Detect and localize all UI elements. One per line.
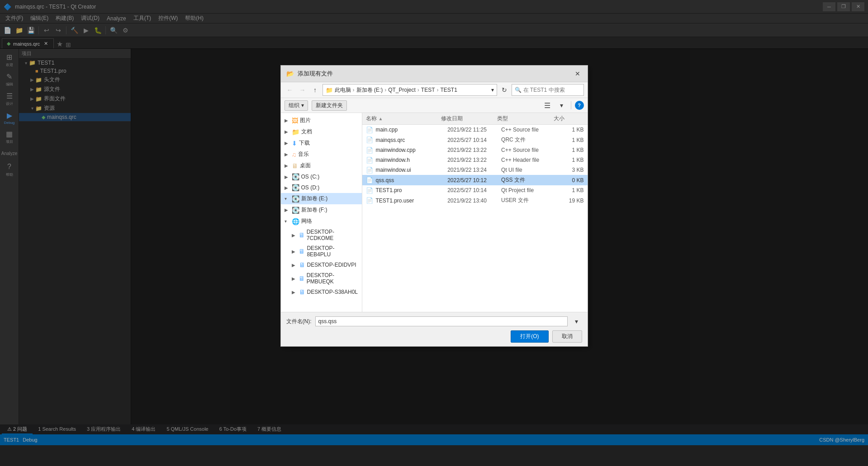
nav-label-drive-e: 新加卷 (E:) [301,195,328,202]
dialog-help-button[interactable]: ? [575,101,584,110]
file-icon-main-cpp: 📄 [366,126,373,133]
filename-mainwindow-ui: mainwindow.ui [376,167,448,173]
toolbar-sep [571,101,571,109]
nav-label-documents: 文档 [301,128,312,136]
date-test1-pro-user: 2021/9/22 13:40 [447,198,501,204]
dialog-refresh-button[interactable]: ↻ [499,85,510,95]
col-header-size[interactable]: 大小 [554,115,583,122]
file-icon-test1-pro-user: 📄 [366,197,373,204]
breadcrumb-bar[interactable]: 📁 此电脑 › 新加卷 (E:) › QT_Project › TEST › T… [323,84,497,96]
open-button[interactable]: 打开(O) [511,330,548,343]
file-row-qss-qss[interactable]: 📄 qss.qss 2022/5/27 10:12 QSS 文件 0 KB [362,175,588,185]
new-folder-button[interactable]: 新建文件夹 [312,100,347,111]
desktop-icon: 🖥 [292,162,298,169]
nav-item-desktop-s38ah0l[interactable]: ▶ 🖥 DESKTOP-S38AH0L [281,287,362,297]
size-mainqss-qrc: 1 KB [555,137,583,143]
breadcrumb-home[interactable]: 此电脑 [335,86,351,94]
type-qss-qss: QSS 文件 [501,176,555,184]
date-qss-qss: 2022/5/27 10:12 [447,177,501,184]
size-test1-pro-user: 19 KB [555,198,583,204]
breadcrumb-folder-icon: 📁 [326,87,333,94]
computer-pmbueqk-icon: 🖥 [299,275,305,282]
size-main-cpp: 1 KB [555,127,583,133]
organize-arrow: ▾ [301,102,304,108]
organize-button[interactable]: 组织 ▾ [285,100,308,111]
view-list-button[interactable]: ☰ [542,100,553,111]
file-row-test1-pro[interactable]: 📄 TEST1.pro 2022/5/27 10:14 Qt Project f… [362,185,588,195]
col-header-date[interactable]: 修改日期 [441,115,498,122]
breadcrumb-test1[interactable]: TEST1 [441,87,457,93]
search-bar: 🔍 [512,84,584,96]
breadcrumb-test[interactable]: TEST [421,87,435,93]
organize-label: 组织 [289,102,299,109]
nav-label-desktop-s38ah0l: DESKTOP-S38AH0L [307,289,358,295]
nav-item-desktop-8eb4plu[interactable]: ▶ 🖥 DESKTOP-8EB4PLU [281,243,362,259]
dialog-footer: 文件名(N): ▾ 打开(O) 取消 [281,312,588,346]
filename-row: 文件名(N): ▾ [286,316,582,327]
documents-icon: 📁 [292,128,299,136]
breadcrumb-drive[interactable]: 新加卷 (E:) [356,86,383,94]
nav-item-desktop-edidvpi[interactable]: ▶ 🖥 DESKTOP-EDIDVPI [281,259,362,270]
file-row-test1-pro-user[interactable]: 📄 TEST1.pro.user 2021/9/22 13:40 USER 文件… [362,195,588,206]
breadcrumb-sep-1: › [353,87,355,93]
size-mainwindow-h: 1 KB [555,157,583,163]
col-name-label: 名称 [366,115,377,122]
dialog-back-button[interactable]: ← [285,85,295,95]
breadcrumb-dropdown-arrow[interactable]: ▾ [491,87,494,93]
filename-label: 文件名(N): [286,318,312,325]
nav-item-documents[interactable]: ▶ 📁 文档 [281,126,362,137]
dialog-close-button[interactable]: ✕ [573,69,582,78]
type-mainwindow-cpp: C++ Source file [501,147,555,153]
file-icon-mainwindow-cpp: 📄 [366,146,373,154]
col-header-type[interactable]: 类型 [497,115,554,122]
filename-main-cpp: main.cpp [376,127,448,133]
nav-arrow-desktop-s38ah0l: ▶ [292,290,297,295]
add-existing-file-dialog: 📂 添加现有文件 ✕ ← → ↑ 📁 此电脑 › 新加卷 (E:) › QT_P… [280,65,588,347]
nav-item-drive-d[interactable]: ▶ 💽 OS (D:) [281,182,362,193]
cancel-button-label: 取消 [562,333,573,339]
nav-item-network[interactable]: ▾ 🌐 网络 [281,216,362,227]
file-icon-mainqss-qrc: 📄 [366,137,373,144]
breadcrumb-qt-project[interactable]: QT_Project [388,87,416,93]
nav-item-drive-f[interactable]: ▶ 💽 新加卷 (F:) [281,204,362,216]
nav-item-desktop-7cdkome[interactable]: ▶ 🖥 DESKTOP-7CDKOME [281,227,362,243]
nav-label-pictures: 图片 [300,117,311,124]
date-mainqss-qrc: 2022/5/27 10:14 [447,137,501,143]
col-header-name[interactable]: 名称 ▲ [366,115,441,122]
nav-arrow-drive-f: ▶ [285,207,290,212]
dialog-forward-button[interactable]: → [297,85,308,95]
filename-dropdown-button[interactable]: ▾ [571,316,582,327]
nav-arrow-desktop-edidvpi: ▶ [292,263,297,268]
nav-arrow-desktop-pmbueqk: ▶ [292,276,297,281]
cancel-button[interactable]: 取消 [552,330,582,343]
file-row-mainwindow-cpp[interactable]: 📄 mainwindow.cpp 2021/9/22 13:22 C++ Sou… [362,145,588,155]
nav-item-downloads[interactable]: ▶ ⬇ 下载 [281,137,362,149]
date-mainwindow-cpp: 2021/9/22 13:22 [447,147,501,153]
nav-item-desktop-pmbueqk[interactable]: ▶ 🖥 DESKTOP-PMBUEQK [281,270,362,287]
file-row-mainwindow-ui[interactable]: 📄 mainwindow.ui 2021/9/22 13:24 Qt UI fi… [362,165,588,175]
nav-label-desktop-edidvpi: DESKTOP-EDIDVPI [307,262,356,268]
computer-7cdkome-icon: 🖥 [299,231,305,239]
filename-mainwindow-h: mainwindow.h [376,157,448,163]
file-row-mainqss-qrc[interactable]: 📄 mainqss.qrc 2022/5/27 10:14 QRC 文件 1 K… [362,135,588,145]
drive-d-icon: 💽 [292,184,299,191]
breadcrumb-sep-3: › [417,87,419,93]
nav-item-drive-c[interactable]: ▶ 💽 OS (C:) [281,171,362,182]
filename-mainqss-qrc: mainqss.qrc [376,137,448,143]
nav-item-pictures[interactable]: ▶ 🖼 图片 [281,115,362,126]
computer-s38ah0l-icon: 🖥 [299,288,305,296]
file-row-mainwindow-h[interactable]: 📄 mainwindow.h 2021/9/22 13:22 C++ Heade… [362,155,588,165]
nav-item-desktop[interactable]: ▶ 🖥 桌面 [281,160,362,171]
search-input[interactable] [523,87,581,93]
nav-item-music[interactable]: ▶ ♫ 音乐 [281,149,362,160]
dialog-title-text: 添加现有文件 [298,70,333,78]
file-row-main-cpp[interactable]: 📄 main.cpp 2021/9/22 11:25 C++ Source fi… [362,125,588,135]
nav-label-downloads: 下载 [299,139,310,147]
nav-item-drive-e[interactable]: ▾ 💽 新加卷 (E:) [281,193,362,204]
dialog-up-button[interactable]: ↑ [310,85,321,95]
nav-arrow-desktop: ▶ [285,163,290,168]
filename-input[interactable] [315,316,568,326]
view-details-button[interactable]: ▾ [556,100,567,111]
breadcrumb-sep-4: › [437,87,439,93]
nav-arrow-network: ▾ [285,219,290,224]
